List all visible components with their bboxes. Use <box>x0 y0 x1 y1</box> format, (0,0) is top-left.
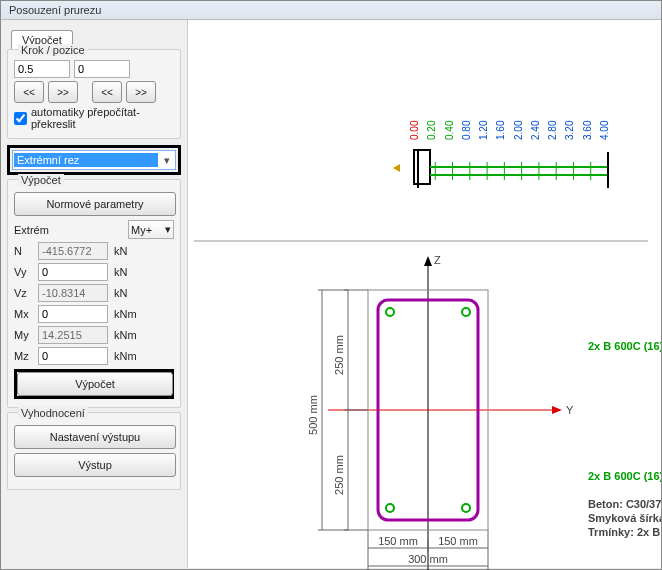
force-unit: kNm <box>114 329 137 341</box>
output-settings-button[interactable]: Nastavení výstupu <box>14 425 176 449</box>
force-label: Mx <box>14 308 38 320</box>
pos-prev-button[interactable]: << <box>92 81 122 103</box>
force-unit: kNm <box>114 308 137 320</box>
panel-eval: Vyhodnocení Nastavení výstupu Výstup <box>7 412 181 490</box>
force-label: Vz <box>14 287 38 299</box>
ruler-label: 0.00 <box>409 120 420 140</box>
dim-150-right: 150 mm <box>438 535 478 547</box>
ruler-label: 3.60 <box>582 120 593 140</box>
extreme-label: Extrém <box>14 224 60 236</box>
rebar <box>462 308 470 316</box>
force-label: Vy <box>14 266 38 278</box>
panel-eval-title: Vyhodnocení <box>18 407 88 419</box>
drawing-canvas: 0.000.200.400.801.201.602.002.402.803.20… <box>188 30 661 570</box>
panel-calc-title: Výpočet <box>18 174 64 186</box>
extreme-combo[interactable]: My+ ▾ <box>128 220 174 239</box>
auto-redraw-input[interactable] <box>14 112 27 125</box>
position-ruler: 0.000.200.400.801.201.602.002.402.803.20… <box>393 120 610 188</box>
panel-calc: Výpočet Normové parametry Extrém My+ ▾ N… <box>7 179 181 408</box>
ruler-label: 1.20 <box>478 120 489 140</box>
svg-marker-20 <box>552 406 562 414</box>
app-window: Posouzení prurezu Výpočet Krok / pozice … <box>0 0 662 570</box>
ruler-label: 0.80 <box>461 120 472 140</box>
axis-y-label: Y <box>566 404 574 416</box>
cross-section-drawing: Z Y <box>307 254 661 570</box>
force-label: Mz <box>14 350 38 362</box>
force-unit: kN <box>114 266 127 278</box>
svg-marker-18 <box>424 256 432 266</box>
step-prev-button[interactable]: << <box>14 81 44 103</box>
title-text: Posouzení prurezu <box>9 4 101 16</box>
calc-button-highlight: Výpočet <box>14 369 174 399</box>
panel-step-title: Krok / pozice <box>18 44 88 56</box>
stirrups-label: Trmínky: 2x B 600C (8) á 272 mm <box>588 526 661 538</box>
panel-step: Krok / pozice << >> << >> <box>7 49 181 139</box>
force-label: N <box>14 245 38 257</box>
dim-500: 500 mm <box>307 395 319 435</box>
force-unit: kN <box>114 287 127 299</box>
dim-250-bot: 250 mm <box>333 455 345 495</box>
force-input-Mz[interactable] <box>38 347 108 365</box>
step-input[interactable] <box>14 60 70 78</box>
title-bar: Posouzení prurezu <box>1 1 661 20</box>
dim-250-top: 250 mm <box>333 335 345 375</box>
output-button[interactable]: Výstup <box>14 453 176 477</box>
calc-button[interactable]: Výpočet <box>17 372 173 396</box>
beton-label: Beton: C30/37 <box>588 498 661 510</box>
chevron-down-icon: ▾ <box>159 154 175 167</box>
force-input-Mx[interactable] <box>38 305 108 323</box>
norm-params-button[interactable]: Normové parametry <box>14 192 176 216</box>
left-panel: Výpočet Krok / pozice << >> << >> <box>1 20 187 568</box>
ruler-marker <box>414 150 430 184</box>
auto-redraw-checkbox[interactable]: automatiky přepočítat-překreslit <box>14 106 174 130</box>
section-combo[interactable]: Extrémní rez ▾ <box>12 150 176 170</box>
rebar <box>386 504 394 512</box>
auto-redraw-label: automatiky přepočítat-překreslit <box>31 106 174 130</box>
dim-150-left: 150 mm <box>378 535 418 547</box>
pos-next-button[interactable]: >> <box>126 81 156 103</box>
shear-label: Smyková šírka bw= 300 mm <box>588 512 661 524</box>
right-panel: 0.000.200.400.801.201.602.002.402.803.20… <box>187 20 661 568</box>
chevron-down-icon: ▾ <box>165 223 171 236</box>
ruler-label: 3.20 <box>564 120 575 140</box>
ruler-label: 0.20 <box>426 120 437 140</box>
rebar <box>462 504 470 512</box>
step-next-button[interactable]: >> <box>48 81 78 103</box>
rebar <box>386 308 394 316</box>
force-input-Vz[interactable] <box>38 284 108 302</box>
force-input-My[interactable] <box>38 326 108 344</box>
rebar-top-label: 2x B 600C (16) <box>588 340 661 352</box>
rebar-bot-label: 2x B 600C (16) <box>588 470 661 482</box>
force-unit: kNm <box>114 350 137 362</box>
force-unit: kN <box>114 245 127 257</box>
ruler-label: 0.40 <box>444 120 455 140</box>
ruler-label: 1.60 <box>495 120 506 140</box>
triangle-left-icon <box>393 164 400 172</box>
ruler-label: 2.40 <box>530 120 541 140</box>
force-input-N[interactable] <box>38 242 108 260</box>
ruler-label: 4.00 <box>599 120 610 140</box>
axis-z-label: Z <box>434 254 441 266</box>
ruler-label: 2.80 <box>547 120 558 140</box>
pos-input[interactable] <box>74 60 130 78</box>
force-label: My <box>14 329 38 341</box>
section-combo-value: Extrémní rez <box>14 153 158 167</box>
ruler-label: 2.00 <box>513 120 524 140</box>
dim-300: 300 mm <box>408 553 448 565</box>
section-combo-highlight: Extrémní rez ▾ <box>7 145 181 175</box>
force-input-Vy[interactable] <box>38 263 108 281</box>
